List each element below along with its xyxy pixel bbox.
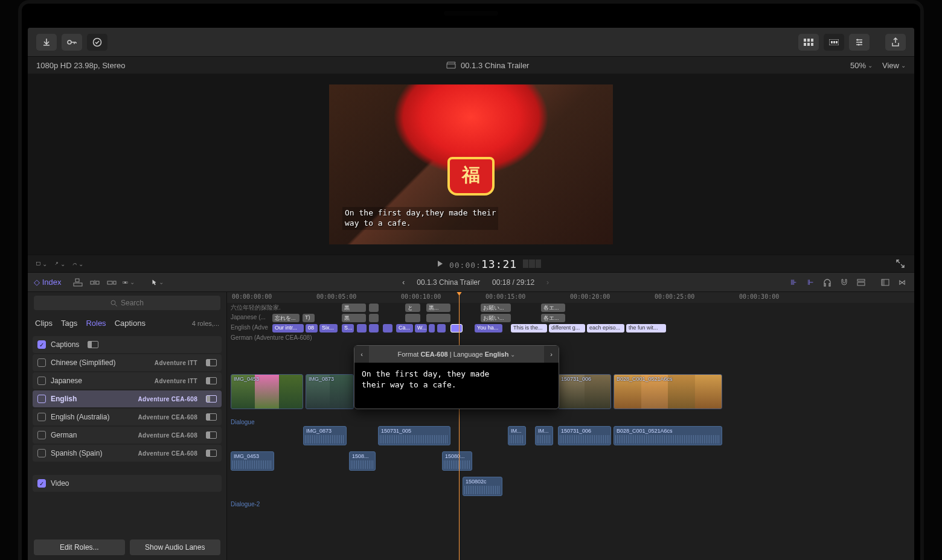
retime-menu[interactable]: ⌄ <box>72 258 83 269</box>
caption-clip[interactable]: W... <box>415 324 427 332</box>
caption-clip[interactable]: S... <box>342 324 354 332</box>
audio-clip[interactable]: B028_C001_0521A6cs <box>614 426 722 445</box>
caption-clip[interactable] <box>429 324 435 332</box>
view-dropdown[interactable]: View⌄ <box>882 61 906 70</box>
audio-clip[interactable]: 150731_006 <box>558 426 611 445</box>
append-clip-icon[interactable] <box>106 276 118 288</box>
overwrite-clip-icon[interactable]: ⌄ <box>123 276 135 288</box>
role-captions-header[interactable]: ✓ Captions <box>33 336 222 353</box>
caption-clip[interactable]: 忘れを... <box>272 314 300 322</box>
lane-view-icon[interactable] <box>855 276 867 288</box>
caption-clip[interactable]: different g... <box>549 324 585 332</box>
zoom-dropdown[interactable]: 50%⌄ <box>850 61 873 70</box>
caption-clip[interactable]: 各エ... <box>541 304 565 312</box>
role-english[interactable]: English Adventure CEA-608 <box>33 390 222 407</box>
search-input[interactable]: Search <box>34 296 220 310</box>
role-spanish[interactable]: Spanish (Spain) Adventure CEA-608 <box>33 445 222 462</box>
caption-clip[interactable] <box>426 314 450 322</box>
audio-clip[interactable]: 1508... <box>349 451 376 471</box>
timeline[interactable]: 00:00:00:00 00:00:05:00 00:00:10:00 00:0… <box>227 292 914 560</box>
caption-clip[interactable] <box>357 324 367 332</box>
skimming-icon[interactable]: ⊪ <box>787 276 799 288</box>
nav-prev[interactable]: ‹ <box>402 278 405 287</box>
edit-roles-button[interactable]: Edit Roles... <box>34 539 125 555</box>
insert-clip-icon[interactable] <box>89 276 101 288</box>
solo-icon[interactable] <box>821 276 833 288</box>
caption-clip[interactable] <box>369 304 379 312</box>
audio-skimming-icon[interactable]: ⊩ <box>804 276 816 288</box>
caption-clip[interactable] <box>369 324 379 332</box>
caption-clip[interactable] <box>405 314 420 322</box>
caption-clip[interactable] <box>437 324 446 332</box>
caption-clip[interactable] <box>383 324 392 332</box>
caption-editor-body[interactable]: On the first day, they made their way to… <box>354 363 559 409</box>
caption-clip[interactable]: お願い... <box>481 314 511 322</box>
editor-format-label[interactable]: Format CEA-608 | Language English ⌄ <box>369 351 544 358</box>
tab-roles[interactable]: Roles <box>86 319 106 328</box>
timeline-ruler[interactable]: 00:00:00:00 00:00:05:00 00:00:10:00 00:0… <box>227 292 914 303</box>
lane-icon[interactable] <box>206 377 217 384</box>
caption-clip-selected[interactable] <box>450 324 463 332</box>
share-button[interactable] <box>885 34 906 51</box>
play-icon[interactable] <box>437 260 443 267</box>
caption-clip[interactable]: 08 <box>306 324 318 332</box>
audio-clip[interactable]: IMG_0453 <box>231 451 274 471</box>
role-chinese[interactable]: Chinese (Simplified) Adventure ITT <box>33 354 222 371</box>
timeline-layout-button[interactable] <box>824 34 844 51</box>
video-clip[interactable]: B028_C001_0521A6cs <box>614 374 722 409</box>
inspector-button[interactable] <box>849 34 870 51</box>
caption-clip[interactable]: Six... <box>319 324 338 332</box>
caption-clip[interactable]: the fun wit... <box>626 324 666 332</box>
checkbox-icon[interactable] <box>37 377 46 385</box>
lane-icon[interactable] <box>206 395 217 402</box>
window-layout-icon[interactable] <box>879 276 891 288</box>
audio-clip[interactable]: IM... <box>508 426 526 445</box>
tab-tags[interactable]: Tags <box>61 319 77 328</box>
nav-next[interactable]: › <box>546 278 549 287</box>
caption-clip[interactable]: お願い... <box>481 304 511 312</box>
editor-next-button[interactable]: › <box>544 346 559 363</box>
checkbox-icon[interactable]: ✓ <box>37 340 46 349</box>
lane-icon[interactable] <box>206 431 217 439</box>
transform-menu[interactable]: ⌄ <box>36 258 47 269</box>
checkbox-icon[interactable] <box>37 413 46 421</box>
role-english-au[interactable]: English (Australia) Adventure CEA-608 <box>33 409 222 425</box>
connect-clip-icon[interactable] <box>72 276 84 288</box>
select-tool[interactable]: ⌄ <box>152 276 164 288</box>
audio-clip[interactable]: 150731_005 <box>378 426 450 445</box>
import-button[interactable] <box>36 34 57 51</box>
caption-clip[interactable] <box>369 314 379 322</box>
lane-icon[interactable] <box>206 450 217 457</box>
checkbox-icon[interactable]: ✓ <box>37 479 46 488</box>
checkbox-icon[interactable] <box>37 395 46 403</box>
audio-clip[interactable]: 15080... <box>442 451 472 471</box>
caption-clip[interactable]: Our intr... <box>272 324 304 332</box>
checkbox-icon[interactable] <box>37 449 46 457</box>
audio-clip[interactable]: IM... <box>535 426 553 445</box>
lane-icon[interactable] <box>206 413 217 421</box>
video-clip[interactable]: IMG_0873 <box>306 374 354 409</box>
caption-clip[interactable]: 各エ... <box>541 314 565 322</box>
audio-clip[interactable]: IMG_0873 <box>303 426 347 445</box>
caption-clip[interactable]: T) <box>303 314 315 322</box>
playhead[interactable] <box>459 292 460 560</box>
caption-clip[interactable]: You ha... <box>475 324 502 332</box>
keyword-button[interactable] <box>62 34 82 51</box>
tab-captions[interactable]: Captions <box>115 319 146 328</box>
fullscreen-button[interactable] <box>895 258 906 269</box>
caption-clip[interactable]: 黒 <box>342 304 366 312</box>
checkbox-icon[interactable] <box>37 431 46 439</box>
snapping-icon[interactable] <box>838 276 850 288</box>
caption-clip[interactable]: Ca... <box>396 324 413 332</box>
caption-clip[interactable]: 黒... <box>426 304 450 312</box>
caption-clip[interactable]: each episo... <box>587 324 624 332</box>
index-button[interactable]: ◇ Index <box>34 278 67 287</box>
video-frame[interactable]: 福 On the first day,they made their way t… <box>329 84 613 244</box>
lane-icon[interactable] <box>206 359 217 366</box>
show-audio-lanes-button[interactable]: Show Audio Lanes <box>130 539 221 555</box>
audio-clip[interactable]: 150802c <box>463 477 502 496</box>
checkbox-icon[interactable] <box>37 358 46 367</box>
browser-layout-button[interactable] <box>798 34 819 51</box>
editor-prev-button[interactable]: ‹ <box>354 346 369 363</box>
trim-icon[interactable]: ⋈ <box>896 276 908 288</box>
